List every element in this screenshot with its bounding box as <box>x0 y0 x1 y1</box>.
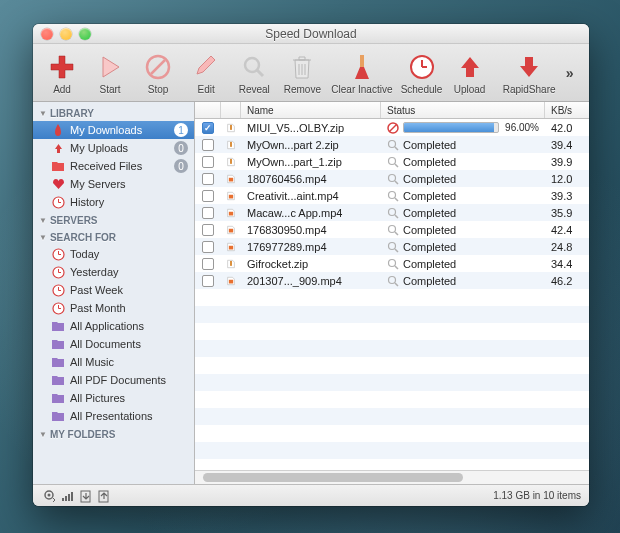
row-checkbox[interactable] <box>202 224 214 236</box>
reveal-button[interactable]: Reveal <box>231 51 277 95</box>
scrollbar-thumb[interactable] <box>203 473 463 482</box>
sidebar-item[interactable]: All Music <box>33 353 194 371</box>
column-name[interactable]: Name <box>241 102 381 118</box>
export-button[interactable] <box>95 488 113 504</box>
clear-inactive-button[interactable]: Clear Inactive <box>327 51 396 95</box>
sidebar-section-header[interactable]: ▼LIBRARY <box>33 104 194 121</box>
main-panel: Name Status KB/s MIUI_V5...OLBY.zip96.00… <box>195 102 589 484</box>
table-row[interactable] <box>195 340 589 357</box>
sidebar-item-label: My Downloads <box>70 124 142 136</box>
magnifier-icon[interactable] <box>387 275 399 287</box>
table-row[interactable] <box>195 323 589 340</box>
signal-button[interactable] <box>59 488 77 504</box>
table-row[interactable] <box>195 391 589 408</box>
column-checkbox[interactable] <box>195 102 221 118</box>
sidebar-item[interactable]: All Applications <box>33 317 194 335</box>
table-row[interactable] <box>195 357 589 374</box>
table-row[interactable] <box>195 374 589 391</box>
table-row[interactable]: 180760456.mp4Completed12.0 <box>195 170 589 187</box>
rapidshare-button[interactable]: RapidShare <box>495 51 564 95</box>
table-row[interactable]: 176977289.mp4Completed24.8 <box>195 238 589 255</box>
stop-button[interactable]: Stop <box>135 51 181 95</box>
file-name: 176977289.mp4 <box>241 241 381 253</box>
cancel-icon[interactable] <box>387 122 399 134</box>
file-type-icon <box>221 206 241 220</box>
sidebar-item[interactable]: My Servers <box>33 175 194 193</box>
table-row[interactable] <box>195 408 589 425</box>
import-button[interactable] <box>77 488 95 504</box>
svg-point-2 <box>245 58 259 72</box>
upload-button[interactable]: Upload <box>447 51 493 95</box>
settings-gear-button[interactable] <box>41 488 59 504</box>
toolbar-overflow-button[interactable]: » <box>566 64 583 82</box>
magnifier-icon <box>238 51 270 83</box>
magnifier-icon[interactable] <box>387 241 399 253</box>
row-checkbox[interactable] <box>202 275 214 287</box>
horizontal-scrollbar[interactable] <box>195 470 589 484</box>
row-checkbox[interactable] <box>202 258 214 270</box>
start-button[interactable]: Start <box>87 51 133 95</box>
magnifier-icon[interactable] <box>387 156 399 168</box>
sidebar-item[interactable]: Past Week <box>33 281 194 299</box>
magnifier-icon[interactable] <box>387 190 399 202</box>
edit-button[interactable]: Edit <box>183 51 229 95</box>
folder-p-icon <box>51 373 65 387</box>
table-row[interactable] <box>195 442 589 459</box>
table-row[interactable] <box>195 289 589 306</box>
minimize-button[interactable] <box>60 28 72 40</box>
add-button[interactable]: Add <box>39 51 85 95</box>
remove-button[interactable]: Remove <box>279 51 325 95</box>
sidebar-section-header[interactable]: ▼SERVERS <box>33 211 194 228</box>
svg-rect-60 <box>68 494 70 501</box>
magnifier-icon[interactable] <box>387 207 399 219</box>
magnifier-icon[interactable] <box>387 173 399 185</box>
column-kbs[interactable]: KB/s <box>545 102 589 118</box>
sidebar-item[interactable]: Past Month <box>33 299 194 317</box>
close-button[interactable] <box>41 28 53 40</box>
sidebar-item[interactable]: Received Files0 <box>33 157 194 175</box>
row-checkbox[interactable] <box>202 139 214 151</box>
magnifier-icon[interactable] <box>387 139 399 151</box>
sidebar-item[interactable]: All Documents <box>33 335 194 353</box>
svg-line-46 <box>395 232 398 235</box>
schedule-button[interactable]: Schedule <box>398 51 444 95</box>
magnifier-icon[interactable] <box>387 258 399 270</box>
row-checkbox[interactable] <box>202 241 214 253</box>
magnifier-icon[interactable] <box>387 224 399 236</box>
sidebar-item[interactable]: Yesterday <box>33 263 194 281</box>
row-checkbox[interactable] <box>202 207 214 219</box>
row-checkbox[interactable] <box>202 122 214 134</box>
table-row[interactable]: Gifrocket.zipCompleted34.4 <box>195 255 589 272</box>
sidebar-section-header[interactable]: ▼MY FOLDERS <box>33 425 194 442</box>
sidebar-item-label: Received Files <box>70 160 142 172</box>
row-checkbox[interactable] <box>202 156 214 168</box>
table-row[interactable]: 176830950.mp4Completed42.4 <box>195 221 589 238</box>
table-row[interactable]: 201307..._909.mp4Completed46.2 <box>195 272 589 289</box>
file-list[interactable]: MIUI_V5...OLBY.zip96.00%42.0MyOwn...part… <box>195 119 589 470</box>
sidebar-item[interactable]: All Presentations <box>33 407 194 425</box>
table-row[interactable]: MyOwn...part 2.zipCompleted39.4 <box>195 136 589 153</box>
table-row[interactable] <box>195 425 589 442</box>
column-icon[interactable] <box>221 102 241 118</box>
file-name: MIUI_V5...OLBY.zip <box>241 122 381 134</box>
table-row[interactable]: Creativit...aint.mp4Completed39.3 <box>195 187 589 204</box>
table-row[interactable]: MIUI_V5...OLBY.zip96.00%42.0 <box>195 119 589 136</box>
sidebar-item-label: Today <box>70 248 99 260</box>
sidebar-item[interactable]: My Uploads0 <box>33 139 194 157</box>
file-name: 176830950.mp4 <box>241 224 381 236</box>
sidebar-item[interactable]: All Pictures <box>33 389 194 407</box>
column-status[interactable]: Status <box>381 102 545 118</box>
table-row[interactable] <box>195 306 589 323</box>
row-checkbox[interactable] <box>202 190 214 202</box>
titlebar[interactable]: Speed Download <box>33 24 589 44</box>
sidebar-section-header[interactable]: ▼SEARCH FOR <box>33 228 194 245</box>
sidebar-item[interactable]: All PDF Documents <box>33 371 194 389</box>
table-row[interactable] <box>195 459 589 470</box>
table-row[interactable]: Macaw...c App.mp4Completed35.9 <box>195 204 589 221</box>
maximize-button[interactable] <box>79 28 91 40</box>
sidebar-item[interactable]: Today <box>33 245 194 263</box>
sidebar-item[interactable]: History <box>33 193 194 211</box>
sidebar-item[interactable]: My Downloads1 <box>33 121 194 139</box>
row-checkbox[interactable] <box>202 173 214 185</box>
table-row[interactable]: MyOwn...part_1.zipCompleted39.9 <box>195 153 589 170</box>
